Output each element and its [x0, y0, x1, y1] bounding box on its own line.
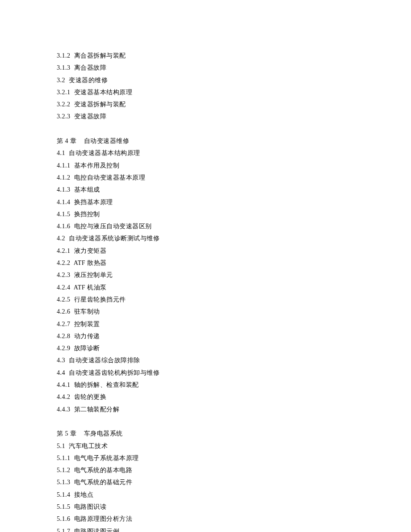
toc-entry-number: 3.1.3: [57, 64, 71, 71]
blank-line: [57, 123, 411, 135]
toc-entry-number: 4.4.3: [57, 406, 71, 413]
toc-entry: 4.2.5 行星齿轮换挡元件: [57, 293, 411, 306]
toc-entry-number: 4.1.2: [57, 174, 71, 181]
toc-entry-title: 动力传递: [74, 333, 100, 339]
toc-entry: 4.1.6 电控与液压自动变速器区别: [57, 220, 411, 232]
toc-entry: 4.1.2 电控自动变速器基本原理: [57, 172, 411, 184]
document-page: 3.1.2 离合器拆解与装配3.1.3 离合器故障3.2 变速器的维修3.2.1…: [0, 0, 411, 532]
toc-entry: 4.2.9 故障诊断: [57, 342, 411, 354]
toc-entry: 5.1.2 电气系统的基本电路: [57, 464, 411, 476]
toc-entry-number: 5.1.2: [57, 467, 71, 473]
toc-entry: 5.1.4 接地点: [57, 489, 411, 501]
toc-entry-title: 自动变速器基本结构原理: [69, 150, 140, 156]
toc-entry-title: ATF 机油泵: [74, 284, 107, 291]
toc-entry-number: 5.1.1: [57, 455, 71, 461]
toc-entry-number: 3.2.1: [57, 89, 71, 96]
toc-entry: 4.2.3 液压控制单元: [57, 269, 411, 281]
toc-entry-title: 变速器拆解与装配: [74, 101, 126, 108]
toc-chapter-heading: 第 5 章 车身电器系统: [57, 427, 411, 440]
toc-entry: 5.1 汽车电工技术: [57, 440, 411, 452]
toc-entry-number: 4.3: [57, 357, 65, 364]
toc-entry-title: 换挡控制: [74, 211, 100, 218]
toc-entry-number: 4.2.5: [57, 296, 71, 303]
toc-entry-number: 4.1.3: [57, 186, 71, 193]
toc-entry: 4.2.4 ATF 机油泵: [57, 281, 411, 293]
toc-entry: 4.2.2 ATF 散热器: [57, 257, 411, 269]
toc-entry-number: 4.2.1: [57, 247, 71, 254]
toc-entry-title: 自动变速器齿轮机构拆卸与维修: [69, 369, 159, 376]
toc-entry: 4.4 自动变速器齿轮机构拆卸与维修: [57, 367, 411, 379]
toc-entry: 4.1.3 基本组成: [57, 184, 411, 196]
toc-entry-title: 电气系统的基本电路: [74, 467, 133, 473]
toc-entry-number: 4.2.3: [57, 272, 71, 278]
toc-chapter-heading: 第 4 章 自动变速器维修: [57, 135, 411, 147]
toc-entry-number: 4.2.8: [57, 333, 71, 339]
toc-chapter-number: 第 5 章: [57, 430, 77, 437]
toc-entry-number: 4.1.5: [57, 211, 71, 218]
toc-entry: 4.4.1 轴的拆解、检查和装配: [57, 379, 411, 391]
toc-entry-title: 离合器故障: [74, 64, 107, 71]
toc-entry-number: 4.2.6: [57, 308, 71, 315]
toc-entry: 5.1.5 电路图识读: [57, 501, 411, 513]
toc-entry: 4.2.6 驻车制动: [57, 306, 411, 318]
toc-entry-title: 基本组成: [74, 186, 100, 193]
toc-entry-title: 变速器的维修: [69, 77, 108, 84]
toc-entry: 4.2.8 动力传递: [57, 330, 411, 342]
toc-entry-title: 变速器故障: [74, 113, 107, 120]
toc-entry: 3.2 变速器的维修: [57, 74, 411, 86]
toc-entry-number: 4.2.2: [57, 260, 71, 266]
toc-entry-number: 4.4.2: [57, 394, 71, 400]
toc-entry-number: 4.2.9: [57, 345, 71, 352]
toc-entry-number: 5.1.6: [57, 515, 71, 522]
toc-entry-title: 变速器基本结构原理: [74, 89, 133, 96]
toc-entry-title: 驻车制动: [74, 308, 100, 315]
toc-entry: 4.2 自动变速器系统诊断测试与维修: [57, 232, 411, 244]
toc-entry: 5.1.7 电路图读图示例: [57, 525, 411, 532]
toc-entry-number: 4.1.6: [57, 223, 71, 230]
toc-entry-title: 行星齿轮换挡元件: [74, 296, 126, 303]
toc-entry-number: 4.1: [57, 150, 65, 156]
toc-entry: 4.4.3 第二轴装配分解: [57, 403, 411, 415]
toc-entry-number: 4.4: [57, 369, 65, 376]
toc-entry: 5.1.6 电路原理图分析方法: [57, 513, 411, 525]
toc-entry: 4.2.1 液力变矩器: [57, 245, 411, 257]
toc-entry-number: 5.1.4: [57, 491, 71, 498]
toc-entry: 4.1 自动变速器基本结构原理: [57, 147, 411, 159]
toc-entry-number: 5.1.3: [57, 479, 71, 486]
toc-entry-title: ATF 散热器: [74, 260, 107, 266]
toc-chapter-title: 自动变速器维修: [84, 138, 130, 144]
toc-entry-number: 4.1.4: [57, 199, 71, 205]
toc-entry: 4.2.7 控制装置: [57, 318, 411, 330]
toc-entry-title: 电路原理图分析方法: [74, 515, 133, 522]
toc-entry: 5.1.1 电气电子系统基本原理: [57, 452, 411, 464]
toc-entry-number: 3.2: [57, 77, 65, 84]
toc-entry-number: 5.1: [57, 443, 65, 449]
toc-entry-number: 5.1.7: [57, 528, 71, 532]
toc-chapter-title: 车身电器系统: [84, 430, 123, 437]
toc-entry: 3.2.2 变速器拆解与装配: [57, 98, 411, 110]
toc-entry-title: 液压控制单元: [74, 272, 113, 278]
toc-entry-number: 3.1.2: [57, 52, 71, 59]
toc-entry-title: 基本作用及控制: [74, 162, 120, 169]
toc-entry: 3.2.3 变速器故障: [57, 110, 411, 122]
toc-entry: 4.1.4 换挡基本原理: [57, 196, 411, 208]
toc-entry-title: 离合器拆解与装配: [74, 52, 126, 59]
toc-entry-title: 接地点: [74, 491, 94, 498]
toc-entry-title: 轴的拆解、检查和装配: [74, 381, 139, 388]
toc-entry-number: 4.4.1: [57, 381, 71, 388]
toc-entry-title: 故障诊断: [74, 345, 100, 352]
toc-entry-title: 电控与液压自动变速器区别: [74, 223, 152, 230]
toc-entry: 3.1.2 离合器拆解与装配: [57, 50, 411, 62]
toc-entry-number: 3.2.3: [57, 113, 71, 120]
toc-entry-title: 换挡基本原理: [74, 199, 113, 205]
toc-entry: 3.2.1 变速器基本结构原理: [57, 86, 411, 98]
toc-entry: 5.1.3 电气系统的基础元件: [57, 476, 411, 488]
toc-entry-number: 4.2.4: [57, 284, 71, 291]
toc-entry-title: 电控自动变速器基本原理: [74, 174, 146, 181]
toc-entry-title: 自动变速器系统诊断测试与维修: [69, 235, 159, 242]
table-of-contents: 3.1.2 离合器拆解与装配3.1.3 离合器故障3.2 变速器的维修3.2.1…: [57, 50, 411, 532]
toc-entry-title: 控制装置: [74, 321, 100, 327]
blank-line: [57, 415, 411, 427]
toc-entry-title: 电路图识读: [74, 503, 107, 510]
toc-entry: 4.1.5 换挡控制: [57, 208, 411, 220]
